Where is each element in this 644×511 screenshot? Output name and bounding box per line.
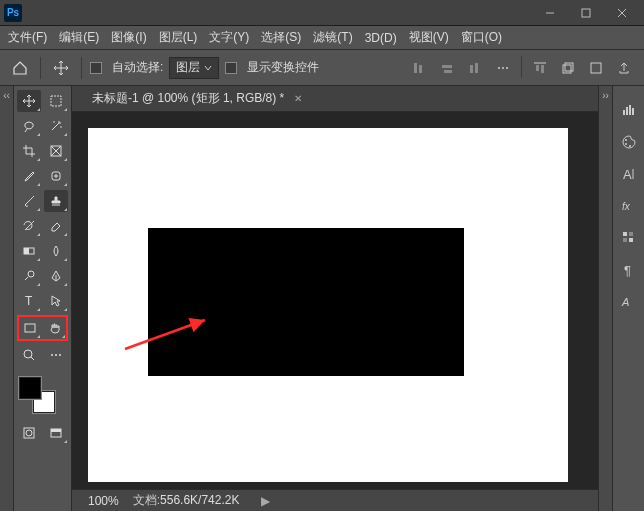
align-icon-2[interactable] [435, 56, 459, 80]
autoselect-dropdown[interactable]: 图层 [169, 57, 219, 79]
canvas-area[interactable] [72, 112, 598, 489]
align-top-icon[interactable] [528, 56, 552, 80]
autoselect-label: 自动选择: [112, 59, 163, 76]
menu-edit[interactable]: 编辑(E) [59, 29, 99, 46]
3d-mode-icon[interactable] [556, 56, 580, 80]
eraser-tool[interactable] [44, 215, 68, 237]
path-selection-tool[interactable] [44, 290, 68, 312]
svg-point-48 [625, 139, 627, 141]
menu-filter[interactable]: 滤镜(T) [313, 29, 352, 46]
lasso-tool[interactable] [17, 115, 41, 137]
zoom-level[interactable]: 100% [88, 494, 119, 508]
svg-point-11 [502, 67, 504, 69]
crop-tool[interactable] [17, 140, 41, 162]
svg-rect-44 [623, 110, 625, 115]
tools-panel: T [14, 86, 72, 511]
pen-tool[interactable] [44, 265, 68, 287]
zoom-tool[interactable] [17, 344, 41, 366]
marquee-tool[interactable] [44, 90, 68, 112]
svg-rect-42 [51, 429, 61, 432]
svg-line-35 [31, 357, 34, 360]
chevron-down-icon [204, 64, 212, 72]
edit-toolbar-button[interactable] [44, 344, 68, 366]
svg-rect-15 [541, 65, 544, 73]
share-icon[interactable] [612, 56, 636, 80]
menu-image[interactable]: 图像(I) [111, 29, 146, 46]
svg-line-31 [25, 277, 28, 280]
svg-rect-9 [475, 63, 478, 73]
left-collapse-gutter[interactable]: ‹‹ [0, 86, 14, 511]
move-tool-icon[interactable] [49, 56, 73, 80]
hand-tool[interactable] [44, 317, 66, 339]
close-button[interactable] [604, 0, 640, 26]
svg-rect-6 [442, 65, 452, 68]
transform-checkbox[interactable] [225, 62, 237, 74]
menu-file[interactable]: 文件(F) [8, 29, 47, 46]
move-tool[interactable] [17, 90, 41, 112]
svg-rect-18 [591, 63, 601, 73]
gradient-tool[interactable] [17, 240, 41, 262]
align-icon-1[interactable] [407, 56, 431, 80]
screenmode-tool[interactable] [44, 422, 68, 444]
menu-type[interactable]: 文字(Y) [209, 29, 249, 46]
quickmask-tool[interactable] [17, 422, 41, 444]
history-brush-tool[interactable] [17, 215, 41, 237]
swatches-panel-icon[interactable] [619, 228, 639, 248]
svg-rect-54 [623, 232, 627, 236]
docsize-value: 556.6K/742.2K [160, 493, 239, 507]
svg-rect-46 [629, 105, 631, 115]
type-tool[interactable]: T [17, 290, 41, 312]
character-panel-icon[interactable]: A [619, 164, 639, 184]
minimize-button[interactable] [532, 0, 568, 26]
more-icon[interactable] [491, 56, 515, 80]
svg-text:A: A [623, 167, 632, 182]
healing-brush-tool[interactable] [44, 165, 68, 187]
magic-wand-tool[interactable] [44, 115, 68, 137]
menu-select[interactable]: 选择(S) [261, 29, 301, 46]
svg-point-40 [26, 430, 32, 436]
histogram-panel-icon[interactable] [619, 100, 639, 120]
svg-rect-8 [470, 65, 473, 73]
align-icon-3[interactable] [463, 56, 487, 80]
svg-rect-4 [414, 63, 417, 73]
docsize-label: 文档: [133, 493, 160, 507]
menu-3d[interactable]: 3D(D) [365, 31, 397, 45]
menu-bar: 文件(F) 编辑(E) 图像(I) 图层(L) 文字(Y) 选择(S) 滤镜(T… [0, 26, 644, 50]
svg-point-20 [53, 121, 55, 123]
blur-tool[interactable] [44, 240, 68, 262]
styles-panel-icon[interactable]: fx [619, 196, 639, 216]
svg-rect-19 [51, 96, 61, 106]
dodge-tool[interactable] [17, 265, 41, 287]
panels-dock: A fx ¶ A [612, 86, 644, 511]
svg-rect-57 [629, 238, 633, 242]
svg-rect-14 [536, 65, 539, 71]
right-collapse-gutter[interactable]: ›› [598, 86, 612, 511]
menu-window[interactable]: 窗口(O) [461, 29, 502, 46]
stamp-tool[interactable] [44, 190, 68, 212]
color-panel-icon[interactable] [619, 132, 639, 152]
glyphs-panel-icon[interactable]: A [619, 292, 639, 312]
color-swatches[interactable] [17, 375, 57, 415]
tab-close-icon[interactable]: ✕ [294, 93, 302, 104]
svg-rect-47 [632, 108, 634, 115]
eyedropper-tool[interactable] [17, 165, 41, 187]
menu-layer[interactable]: 图层(L) [159, 29, 198, 46]
canvas[interactable] [88, 128, 568, 482]
paragraph-panel-icon[interactable]: ¶ [619, 260, 639, 280]
transform-label: 显示变换控件 [247, 59, 319, 76]
document-tab[interactable]: 未标题-1 @ 100% (矩形 1, RGB/8) * ✕ [84, 86, 310, 111]
home-icon[interactable] [8, 56, 32, 80]
svg-text:fx: fx [622, 201, 631, 212]
menu-view[interactable]: 视图(V) [409, 29, 449, 46]
rectangle-tool[interactable] [19, 317, 41, 339]
rectangle-shape[interactable] [148, 228, 464, 376]
maximize-button[interactable] [568, 0, 604, 26]
arrange-icon[interactable] [584, 56, 608, 80]
app-logo-icon: Ps [4, 4, 22, 22]
svg-rect-7 [444, 70, 452, 73]
frame-tool[interactable] [44, 140, 68, 162]
autoselect-checkbox[interactable] [90, 62, 102, 74]
status-chevron-icon[interactable]: ▶ [261, 494, 270, 508]
brush-tool[interactable] [17, 190, 41, 212]
foreground-color-swatch[interactable] [19, 377, 41, 399]
